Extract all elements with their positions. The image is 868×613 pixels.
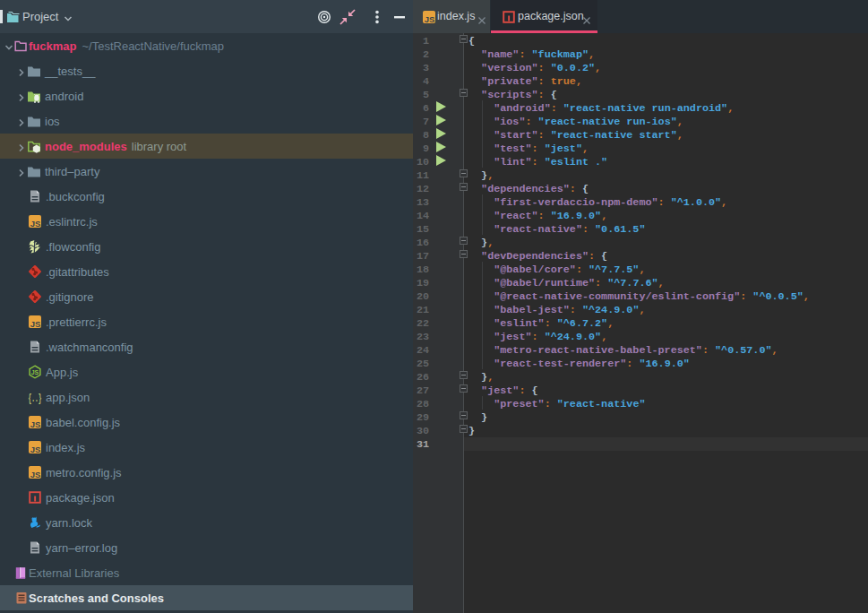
svg-text:JS: JS xyxy=(30,319,41,329)
svg-text:{..}: {..} xyxy=(29,393,42,405)
svg-text:JS: JS xyxy=(30,419,41,429)
svg-text:JS: JS xyxy=(30,470,41,479)
svg-text:JS: JS xyxy=(31,369,39,376)
svg-text:JS: JS xyxy=(425,14,435,24)
svg-text:JS: JS xyxy=(30,219,41,229)
svg-text:JS: JS xyxy=(30,445,41,454)
